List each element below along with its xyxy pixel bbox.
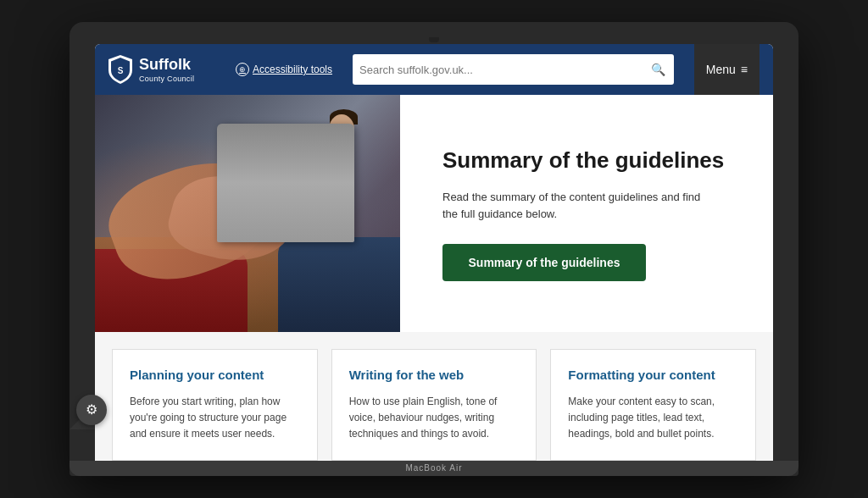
laptop-notch	[429, 37, 439, 42]
laptop-base: MacBook Air	[70, 461, 798, 476]
site-header: S Suffolk County Council ⊕ Accessibility…	[95, 44, 773, 95]
cta-button[interactable]: Summary of the guidelines	[442, 244, 646, 281]
cards-section: Planning your content Before you start w…	[95, 332, 773, 460]
menu-lines-icon: ≡	[741, 63, 748, 76]
search-bar: 🔍	[353, 54, 674, 85]
card-planning[interactable]: Planning your content Before you start w…	[112, 349, 318, 460]
hero-title: Summary of the guidelines	[442, 147, 739, 175]
hero-image	[95, 95, 400, 332]
hero-description: Read the summary of the content guidelin…	[442, 189, 714, 224]
laptop-label: MacBook Air	[405, 463, 462, 473]
card-formatting-title: Formatting your content	[568, 367, 738, 384]
card-writing-title: Writing for the web	[349, 367, 520, 384]
menu-button[interactable]: Menu ≡	[694, 44, 760, 95]
card-formatting-desc: Make your content easy to scan, includin…	[568, 394, 738, 443]
accessibility-icon: ⊕	[236, 63, 249, 76]
search-icon: 🔍	[651, 63, 665, 76]
hero-content: Summary of the guidelines Read the summa…	[400, 95, 773, 332]
card-planning-desc: Before you start writing, plan how you'r…	[130, 394, 300, 443]
logo-text: Suffolk County Council	[139, 56, 194, 83]
card-formatting[interactable]: Formatting your content Make your conten…	[550, 349, 756, 460]
card-planning-title: Planning your content	[130, 367, 300, 384]
suffolk-logo-icon: S	[108, 55, 132, 84]
card-writing-desc: How to use plain English, tone of voice,…	[349, 394, 520, 443]
accessibility-link[interactable]: ⊕ Accessibility tools	[236, 63, 332, 76]
gear-icon: ⚙	[86, 401, 97, 418]
accessibility-widget[interactable]: ⚙	[76, 395, 107, 425]
hero-section: Summary of the guidelines Read the summa…	[95, 95, 773, 332]
laptop-shell: S Suffolk County Council ⊕ Accessibility…	[70, 22, 798, 475]
logo-area[interactable]: S Suffolk County Council	[108, 55, 219, 84]
svg-text:S: S	[118, 66, 124, 75]
search-button[interactable]: 🔍	[649, 63, 667, 76]
search-input[interactable]	[359, 64, 649, 76]
card-writing[interactable]: Writing for the web How to use plain Eng…	[331, 349, 537, 460]
laptop-screen: S Suffolk County Council ⊕ Accessibility…	[95, 44, 773, 460]
hero-photo	[95, 95, 400, 332]
